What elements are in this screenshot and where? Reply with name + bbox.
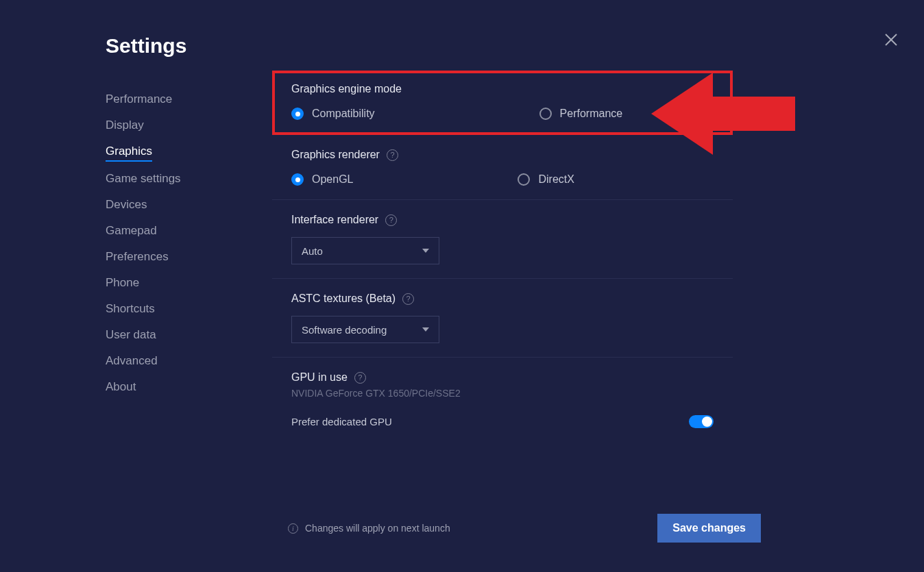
sidebar-item-display[interactable]: Display: [106, 112, 243, 138]
highlight-annotation: Graphics engine mode Compatibility Perfo…: [272, 71, 733, 135]
sidebar: Performance Display Graphics Game settin…: [106, 86, 243, 400]
sidebar-item-advanced[interactable]: Advanced: [106, 348, 243, 374]
prefer-gpu-label: Prefer dedicated GPU: [291, 416, 392, 427]
gpu-value: NVIDIA GeForce GTX 1650/PCIe/SSE2: [291, 388, 714, 399]
sidebar-item-gamepad[interactable]: Gamepad: [106, 218, 243, 244]
radio-opengl[interactable]: OpenGL: [291, 173, 353, 186]
help-icon[interactable]: ?: [385, 214, 397, 226]
page-title: Settings: [106, 34, 186, 58]
select-value: Auto: [302, 245, 323, 257]
section-astc: ASTC textures (Beta) ? Software decoding: [272, 279, 733, 358]
gpu-title-text: GPU in use: [291, 371, 348, 384]
radio-compatibility[interactable]: Compatibility: [291, 108, 375, 120]
radio-directx[interactable]: DirectX: [518, 173, 574, 186]
interface-renderer-select[interactable]: Auto: [291, 237, 439, 264]
radio-icon: [518, 173, 530, 186]
info-icon: i: [288, 523, 298, 534]
radio-label: Performance: [560, 108, 623, 120]
help-icon[interactable]: ?: [402, 293, 414, 305]
sidebar-item-shortcuts[interactable]: Shortcuts: [106, 296, 243, 322]
radio-performance[interactable]: Performance: [539, 108, 623, 120]
help-icon[interactable]: ?: [354, 372, 366, 384]
radio-label: DirectX: [538, 173, 574, 186]
select-value: Software decoding: [302, 324, 387, 336]
engine-mode-title: Graphics engine mode: [291, 83, 714, 95]
renderer-title-text: Graphics renderer: [291, 149, 380, 161]
astc-title: ASTC textures (Beta) ?: [291, 293, 714, 305]
help-icon[interactable]: ?: [387, 149, 398, 161]
sidebar-item-user-data[interactable]: User data: [106, 322, 243, 348]
radio-label: OpenGL: [312, 173, 353, 186]
sidebar-item-phone[interactable]: Phone: [106, 270, 243, 296]
gpu-title: GPU in use ?: [291, 371, 714, 384]
close-button[interactable]: [884, 33, 898, 49]
save-changes-button[interactable]: Save changes: [657, 514, 761, 543]
close-icon: [884, 33, 898, 47]
astc-title-text: ASTC textures (Beta): [291, 293, 396, 305]
radio-label: Compatibility: [312, 108, 375, 120]
radio-icon: [291, 108, 304, 120]
sidebar-item-about[interactable]: About: [106, 374, 243, 400]
astc-select[interactable]: Software decoding: [291, 316, 439, 343]
prefer-gpu-toggle[interactable]: [689, 415, 714, 428]
content-pane: Graphics engine mode Compatibility Perfo…: [272, 71, 733, 442]
chevron-down-icon: [422, 327, 429, 332]
footer-note-text: Changes will apply on next launch: [305, 523, 450, 534]
section-gpu: GPU in use ? NVIDIA GeForce GTX 1650/PCI…: [272, 358, 733, 442]
interface-renderer-title: Interface renderer ?: [291, 214, 714, 226]
footer-note: i Changes will apply on next launch: [288, 523, 450, 534]
radio-icon: [539, 108, 552, 120]
chevron-down-icon: [422, 249, 429, 253]
sidebar-item-game-settings[interactable]: Game settings: [106, 166, 243, 192]
sidebar-item-devices[interactable]: Devices: [106, 192, 243, 218]
renderer-title: Graphics renderer ?: [291, 149, 714, 161]
sidebar-item-preferences[interactable]: Preferences: [106, 244, 243, 270]
section-interface-renderer: Interface renderer ? Auto: [272, 200, 733, 279]
radio-icon: [291, 173, 304, 186]
section-graphics-renderer: Graphics renderer ? OpenGL DirectX: [272, 135, 733, 200]
footer: i Changes will apply on next launch Save…: [288, 514, 761, 543]
interface-renderer-title-text: Interface renderer: [291, 214, 378, 226]
sidebar-item-graphics[interactable]: Graphics: [106, 138, 152, 162]
sidebar-item-performance[interactable]: Performance: [106, 86, 243, 112]
